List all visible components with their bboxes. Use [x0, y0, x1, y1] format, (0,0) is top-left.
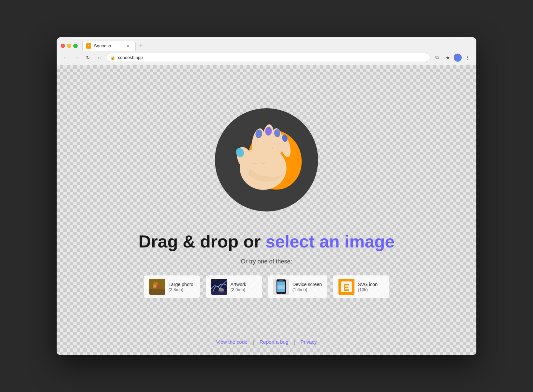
- privacy-link[interactable]: Privacy: [300, 339, 317, 345]
- sample-device-screen[interactable]: Device screen (1.6mb): [267, 275, 328, 298]
- sample-artwork[interactable]: Artwork (2.9mb): [206, 275, 262, 298]
- svg-point-26: [280, 293, 281, 294]
- svg-rect-28: [277, 285, 285, 289]
- sample-thumb-large-photo: [149, 279, 165, 295]
- sample-name-device: Device screen: [292, 282, 322, 287]
- minimize-window-button[interactable]: [67, 44, 71, 48]
- sample-size-artwork: (2.9mb): [231, 287, 246, 292]
- sample-size-device: (1.6mb): [292, 287, 322, 292]
- footer-links: View the code | Report a bug | Privacy: [216, 339, 317, 345]
- toolbar-right: ⧉ ★ ⋮: [432, 53, 472, 62]
- headline: Drag & drop or select an image: [139, 231, 395, 251]
- report-bug-link[interactable]: Report a bug: [260, 339, 288, 345]
- sample-thumb-artwork: [211, 279, 227, 295]
- svg-point-16: [157, 284, 161, 288]
- title-bar: S Squoosh × +: [57, 37, 476, 51]
- sample-thumb-svg: [338, 279, 354, 295]
- sample-name-svg: SVG icon: [358, 282, 377, 287]
- lock-icon: 🔒: [110, 55, 115, 60]
- browser-window: S Squoosh × + ← → ↻ ⌂ 🔒 squoosh.app ⧉: [57, 37, 476, 355]
- home-button[interactable]: ⌂: [95, 53, 104, 62]
- headline-static: Drag & drop or: [139, 232, 266, 251]
- maximize-window-button[interactable]: [73, 44, 78, 48]
- select-image-link[interactable]: select an image: [266, 232, 394, 251]
- back-button[interactable]: ←: [61, 53, 70, 62]
- subtitle: Or try one of these:: [241, 258, 292, 265]
- svg-text:S: S: [88, 45, 90, 47]
- tab-favicon: S: [86, 43, 91, 49]
- svg-rect-17: [149, 289, 165, 295]
- tab-close-button[interactable]: ×: [125, 43, 131, 49]
- url-text: squoosh.app: [118, 55, 426, 60]
- active-tab[interactable]: S Squoosh ×: [82, 41, 136, 51]
- sample-info-svg: SVG icon (13k): [358, 282, 377, 292]
- svg-rect-25: [279, 280, 283, 281]
- sample-name-artwork: Artwork: [231, 282, 246, 287]
- svg-point-18: [153, 285, 156, 288]
- forward-button[interactable]: →: [72, 53, 81, 62]
- squoosh-logo: [215, 108, 318, 211]
- refresh-button[interactable]: ↻: [83, 53, 93, 62]
- sample-size-large-photo: (2.8mb): [169, 287, 194, 292]
- sample-info-artwork: Artwork (2.9mb): [231, 282, 246, 292]
- user-avatar[interactable]: [454, 54, 462, 62]
- sample-thumb-device: [273, 279, 289, 295]
- sample-info-device: Device screen (1.6mb): [292, 282, 322, 292]
- sample-images-row: Large photo (2.8mb) Artwork (2.9: [144, 275, 390, 298]
- traffic-lights: [61, 44, 78, 48]
- main-content[interactable]: Drag & drop or select an image Or try on…: [57, 65, 476, 355]
- browser-chrome: S Squoosh × + ← → ↻ ⌂ 🔒 squoosh.app ⧉: [57, 37, 476, 65]
- svg-rect-21: [211, 291, 227, 295]
- tab-title: Squoosh: [94, 43, 111, 48]
- toolbar: ← → ↻ ⌂ 🔒 squoosh.app ⧉ ★ ⋮: [57, 51, 476, 65]
- footer-separator-2: |: [294, 339, 295, 345]
- close-window-button[interactable]: [61, 44, 65, 48]
- sample-svg-icon[interactable]: SVG icon (13k): [333, 275, 389, 298]
- address-bar[interactable]: 🔒 squoosh.app: [106, 53, 430, 62]
- bookmark-button[interactable]: ★: [443, 53, 452, 62]
- sample-info-large-photo: Large photo (2.8mb): [169, 282, 194, 292]
- menu-button[interactable]: ⋮: [463, 53, 472, 62]
- tab-bar: S Squoosh × +: [82, 41, 472, 51]
- sample-size-svg: (13k): [358, 287, 377, 292]
- external-link-button[interactable]: ⧉: [432, 53, 442, 62]
- sample-large-photo[interactable]: Large photo (2.8mb): [144, 275, 200, 298]
- new-tab-button[interactable]: +: [136, 41, 146, 50]
- view-code-link[interactable]: View the code: [216, 339, 248, 345]
- footer-separator-1: |: [253, 339, 254, 345]
- sample-name-large-photo: Large photo: [169, 282, 194, 287]
